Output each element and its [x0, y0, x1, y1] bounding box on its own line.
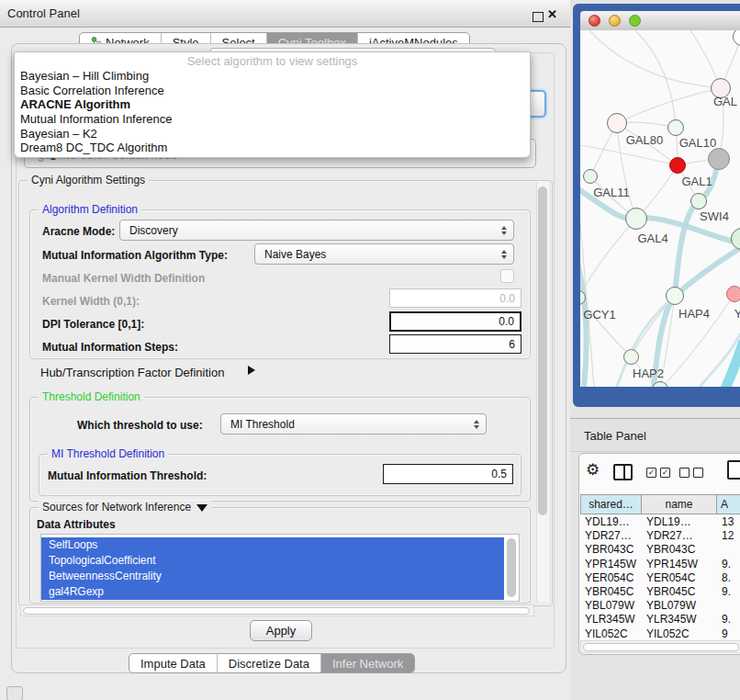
unchecked-checkbox-icon: [679, 468, 690, 478]
cell: 9.: [717, 613, 740, 627]
cell: YIL052C: [642, 627, 717, 641]
which-threshold-value: MI Threshold: [230, 418, 295, 431]
column-header-shared-name[interactable]: shared…: [580, 494, 642, 514]
mi-algorithm-type-combobox[interactable]: Naive Bayes: [254, 243, 514, 265]
list-scrollbar-thumb[interactable]: [507, 538, 516, 597]
table-row[interactable]: YIL052C YIL052C 9: [580, 627, 740, 641]
file-icon[interactable]: [727, 460, 740, 480]
network-node-gal10[interactable]: [667, 119, 684, 136]
mi-algorithm-type-label: Mutual Information Algorithm Type:: [42, 249, 228, 262]
table-row[interactable]: YBR045C YBR045C 9.: [580, 585, 740, 599]
node-label: GAL10: [679, 136, 716, 150]
collapse-arrow-icon[interactable]: [196, 504, 207, 512]
table-panel-title: Table Panel: [584, 429, 646, 443]
node-label: GAL11: [593, 186, 630, 199]
column-header-name[interactable]: name: [642, 494, 717, 514]
popup-item-mutual-information[interactable]: Mutual Information Inference: [15, 112, 530, 127]
close-window-button[interactable]: [589, 15, 600, 27]
cell: YDL19…: [642, 515, 717, 529]
popup-item-basic-correlation[interactable]: Basic Correlation Inference: [15, 84, 530, 98]
sources-title: Sources for Network Inference: [39, 501, 211, 514]
settings-scrollbar-thumb[interactable]: [538, 186, 547, 515]
mi-steps-value: 6: [509, 338, 515, 351]
list-item-betweennesscentrality[interactable]: BetweennessCentrality: [41, 569, 504, 584]
hub-definition-label: Hub/Transcription Factor Definition: [40, 366, 224, 379]
network-node-gal11[interactable]: [583, 169, 598, 184]
network-node-y[interactable]: [726, 286, 740, 302]
dpi-tolerance-value: 0.0: [499, 315, 514, 328]
tab-impute-data-label: Impute Data: [140, 655, 206, 672]
table-row[interactable]: YER054C YER054C 8.: [580, 571, 740, 585]
network-node-gal80[interactable]: [607, 113, 627, 133]
table-row[interactable]: YDR27… YDR27… 12: [580, 529, 740, 543]
tab-impute-data[interactable]: Impute Data: [129, 654, 217, 672]
deselect-all-icon[interactable]: [679, 468, 703, 478]
mi-algorithm-type-value: Naive Bayes: [264, 248, 326, 261]
table-row[interactable]: YBR043C YBR043C: [580, 543, 740, 557]
cell: YBL079W: [642, 599, 717, 613]
aracne-mode-label: Aracne Mode:: [42, 225, 115, 238]
popup-item-dream8[interactable]: Dream8 DC_TDC Algorithm: [15, 141, 530, 155]
tab-discretize-data[interactable]: Discretize Data: [217, 654, 320, 672]
network-node-swi4[interactable]: [690, 193, 707, 209]
select-all-icon[interactable]: ✓ ✓: [646, 468, 670, 478]
tab-infer-network-label: Infer Network: [332, 655, 403, 672]
resize-grip[interactable]: [6, 686, 23, 700]
columns-icon[interactable]: [613, 464, 633, 480]
apply-button[interactable]: Apply: [250, 620, 312, 641]
column-header-partial[interactable]: A: [717, 494, 740, 514]
float-window-icon[interactable]: [533, 12, 544, 22]
table-hscrollbar-thumb[interactable]: [583, 643, 739, 651]
mi-threshold-input[interactable]: 0.5: [383, 464, 513, 484]
list-item-topologicalcoefficient[interactable]: TopologicalCoefficient: [41, 553, 504, 569]
gear-icon[interactable]: ⚙: [586, 462, 600, 478]
checked-checkbox-icon: ✓: [646, 468, 656, 478]
popup-item-aracne[interactable]: ARACNE Algorithm: [15, 97, 530, 112]
network-node-hap4[interactable]: [666, 287, 684, 305]
network-window-titlebar[interactable]: [580, 11, 740, 31]
cell: 12: [717, 529, 740, 543]
cell: YLR345W: [642, 613, 717, 627]
which-threshold-combobox[interactable]: MI Threshold: [220, 413, 487, 435]
maximize-window-button[interactable]: [629, 15, 641, 27]
tab-infer-network[interactable]: Infer Network: [320, 654, 414, 672]
mi-steps-input[interactable]: 6: [389, 334, 521, 354]
network-node-gray[interactable]: [708, 148, 730, 170]
apply-button-label: Apply: [266, 624, 297, 638]
node-label: GCY1: [583, 308, 615, 322]
close-icon[interactable]: ✕: [547, 7, 557, 21]
list-item-gal4rgexp[interactable]: gal4RGexp: [41, 584, 504, 600]
mi-steps-label: Mutual Information Steps:: [42, 341, 178, 354]
cyni-bottom-tabs: Impute Data Discretize Data Infer Networ…: [129, 653, 415, 673]
table-row[interactable]: YPR145W YPR145W 9.: [580, 558, 740, 571]
table-horizontal-scrollbar[interactable]: [580, 640, 740, 653]
manual-kernel-width-checkbox[interactable]: [500, 269, 514, 283]
cell: YPR145W: [580, 558, 642, 571]
network-node-hap2[interactable]: [623, 349, 639, 365]
table-row[interactable]: YLR345W YLR345W 9.: [580, 613, 740, 627]
settings-hscrollbar-thumb[interactable]: [23, 607, 530, 615]
node-label: HAP4: [678, 307, 710, 321]
settings-horizontal-scrollbar[interactable]: [20, 604, 534, 616]
cell: [717, 599, 740, 613]
manual-kernel-width-label: Manual Kernel Width Definition: [42, 272, 205, 285]
minimize-window-button[interactable]: [609, 15, 621, 27]
network-node-gal1-selected[interactable]: [669, 157, 686, 174]
cell: YER054C: [580, 571, 642, 585]
network-node-gal4[interactable]: [625, 208, 647, 230]
dpi-tolerance-input[interactable]: 0.0: [389, 311, 521, 332]
settings-vertical-scrollbar[interactable]: [536, 182, 551, 602]
cell: YBR043C: [580, 543, 642, 557]
list-item-selfloops[interactable]: SelfLoops: [41, 537, 504, 553]
table-row[interactable]: YBL079W YBL079W: [580, 599, 740, 613]
kernel-width-input[interactable]: 0.0: [389, 288, 521, 308]
popup-item-bayesian-k2[interactable]: Bayesian – K2: [15, 127, 530, 141]
aracne-mode-combobox[interactable]: Discovery: [119, 220, 514, 241]
cell: 9: [717, 627, 740, 641]
popup-item-bayesian-hill-climbing[interactable]: Bayesian – Hill Climbing: [15, 69, 530, 84]
network-canvas[interactable]: GAL GAL80 GAL10 GAL1 GAL11 GAL4 SWI4 GCY…: [580, 30, 740, 387]
table-row[interactable]: YDL19… YDL19… 13: [580, 515, 740, 529]
expand-arrow-icon[interactable]: [248, 366, 255, 375]
node-label: GAL80: [626, 133, 663, 147]
cell: YDR27…: [580, 529, 642, 543]
